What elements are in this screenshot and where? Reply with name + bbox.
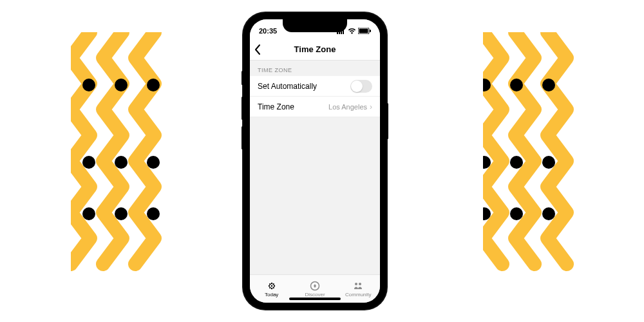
svg-point-28: [268, 285, 269, 286]
battery-icon: [358, 28, 371, 34]
svg-point-4: [115, 156, 128, 169]
row-set-automatically[interactable]: Set Automatically: [250, 76, 380, 97]
svg-point-14: [542, 156, 555, 169]
svg-point-33: [272, 287, 274, 288]
wifi-icon: [348, 28, 356, 34]
decorative-pattern-left: [71, 32, 174, 292]
row-label: Time Zone: [258, 102, 294, 111]
svg-point-30: [269, 283, 270, 285]
chevron-left-icon: [254, 44, 261, 55]
svg-point-25: [270, 285, 272, 286]
notch: [283, 19, 347, 32]
nav-bar: Time Zone: [250, 39, 380, 61]
svg-point-29: [273, 285, 274, 286]
svg-point-26: [270, 282, 272, 283]
phone-frame: 20:35 Time Zone TIME ZONE Set Automatica…: [243, 13, 386, 309]
toggle-set-automatically[interactable]: [350, 80, 372, 93]
svg-point-10: [510, 79, 523, 91]
svg-point-8: [147, 207, 160, 220]
row-label: Set Automatically: [258, 82, 317, 91]
section-header: TIME ZONE: [250, 61, 380, 76]
community-icon: [353, 281, 363, 291]
tab-community[interactable]: Community: [337, 275, 380, 303]
today-icon: [267, 281, 277, 291]
svg-point-27: [270, 287, 272, 289]
svg-point-36: [355, 283, 357, 285]
back-button[interactable]: [254, 44, 261, 57]
svg-marker-35: [314, 284, 316, 288]
svg-rect-24: [370, 30, 371, 32]
tab-label: Today: [265, 292, 278, 298]
svg-point-31: [272, 283, 274, 285]
svg-rect-18: [337, 32, 338, 34]
svg-point-11: [542, 79, 555, 91]
tab-label: Community: [345, 292, 371, 298]
chevron-right-icon: ›: [370, 102, 372, 111]
svg-point-2: [147, 79, 160, 91]
svg-point-1: [115, 79, 128, 91]
svg-point-3: [82, 156, 95, 169]
svg-point-6: [82, 207, 95, 220]
svg-point-5: [147, 156, 160, 169]
svg-point-13: [510, 156, 523, 169]
svg-point-16: [510, 207, 523, 220]
decorative-pattern-right: [483, 32, 586, 292]
content-area: TIME ZONE Set Automatically Time Zone Lo…: [250, 61, 380, 274]
svg-point-17: [542, 207, 555, 220]
svg-point-32: [269, 287, 270, 288]
row-time-zone[interactable]: Time Zone Los Angeles ›: [250, 97, 380, 117]
svg-rect-23: [359, 29, 368, 33]
nav-title: Time Zone: [294, 44, 336, 54]
svg-point-37: [359, 283, 361, 285]
status-time: 20:35: [259, 27, 277, 35]
row-value: Los Angeles: [328, 103, 367, 111]
discover-icon: [310, 281, 320, 291]
tab-label: Discover: [305, 292, 325, 298]
home-indicator[interactable]: [289, 298, 341, 300]
tab-today[interactable]: Today: [250, 275, 293, 303]
svg-point-7: [115, 207, 128, 220]
svg-point-0: [82, 79, 95, 91]
